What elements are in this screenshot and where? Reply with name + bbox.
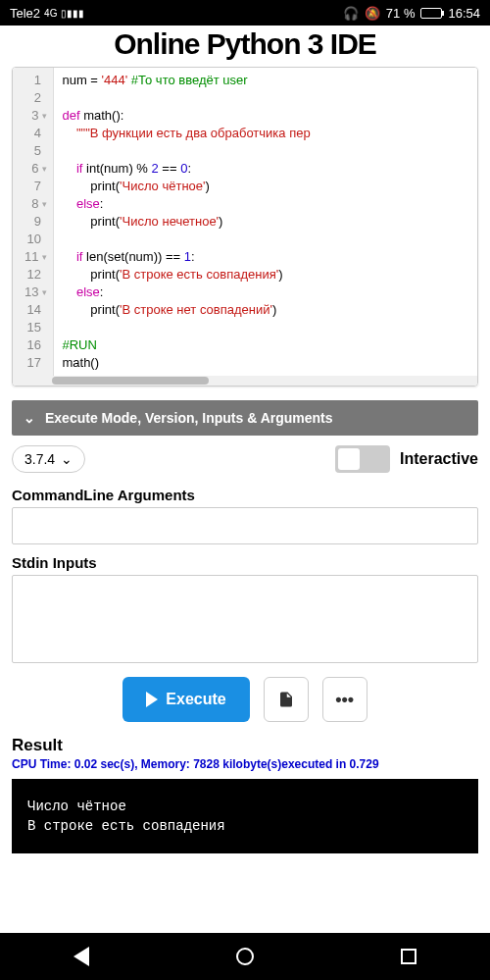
- cmdline-input[interactable]: [12, 507, 478, 544]
- interactive-toggle[interactable]: [335, 445, 390, 473]
- code-line[interactable]: [62, 142, 469, 160]
- signal-bars-icon: ▯▮▮▮: [61, 8, 84, 19]
- result-metrics: CPU Time: 0.02 sec(s), Memory: 7828 kilo…: [0, 755, 490, 773]
- line-number: 2: [24, 89, 47, 107]
- version-select[interactable]: 3.7.4 ⌄: [12, 445, 85, 473]
- execute-section-header[interactable]: ⌄ Execute Mode, Version, Inputs & Argume…: [12, 400, 478, 436]
- result-label: Result: [0, 736, 490, 755]
- line-number: 11▾: [24, 248, 47, 266]
- more-button[interactable]: •••: [322, 677, 368, 722]
- more-icon: •••: [335, 690, 354, 710]
- back-button[interactable]: [74, 947, 89, 966]
- code-line[interactable]: print('Число чётное'): [62, 178, 469, 195]
- file-upload-icon: [277, 691, 295, 708]
- controls-row: 3.7.4 ⌄ Interactive: [0, 436, 490, 483]
- code-line[interactable]: print('Число нечетное'): [62, 213, 469, 231]
- chevron-down-icon: ⌄: [61, 451, 73, 467]
- clock: 16:54: [448, 6, 480, 21]
- line-number: 9: [24, 213, 47, 231]
- status-bar: Tele2 4G ▯▮▮▮ 🎧 🔕 71 % 16:54: [0, 0, 490, 26]
- execute-button[interactable]: Execute: [122, 677, 249, 722]
- code-line[interactable]: [62, 231, 469, 248]
- line-number: 1: [24, 72, 47, 89]
- status-right: 🎧 🔕 71 % 16:54: [343, 6, 480, 21]
- stdin-label: Stdin Inputs: [0, 554, 490, 571]
- carrier: Tele2: [10, 6, 40, 21]
- console-output: Число чётное В строке есть совпадения: [12, 779, 478, 853]
- signal-icon: 4G: [44, 8, 57, 19]
- line-number: 14: [24, 301, 47, 319]
- battery-pct: 71 %: [386, 6, 416, 21]
- code-line[interactable]: print('В строке есть совпадения'): [62, 266, 469, 284]
- code-editor[interactable]: 1 2 3▾4 5 6▾7 8▾9 10 11▾12 13▾14 15 16 1…: [12, 67, 478, 387]
- line-number: 13▾: [24, 284, 47, 301]
- horizontal-scrollbar[interactable]: [13, 376, 477, 386]
- code-line[interactable]: else:: [62, 195, 469, 213]
- execute-label: Execute: [166, 691, 225, 708]
- line-number: 3▾: [24, 107, 47, 125]
- line-number: 10: [24, 231, 47, 248]
- mute-icon: 🔕: [365, 6, 380, 21]
- line-gutter: 1 2 3▾4 5 6▾7 8▾9 10 11▾12 13▾14 15 16 1…: [13, 68, 54, 376]
- stdin-input[interactable]: [12, 575, 478, 663]
- code-line[interactable]: #RUN: [62, 336, 469, 354]
- line-number: 17: [24, 354, 47, 372]
- save-file-button[interactable]: [264, 677, 309, 722]
- page-title: Online Python 3 IDE: [0, 26, 490, 67]
- code-line[interactable]: if len(set(num)) == 1:: [62, 248, 469, 266]
- line-number: 6▾: [24, 160, 47, 178]
- play-icon: [146, 692, 158, 707]
- action-row: Execute •••: [0, 677, 490, 722]
- code-line[interactable]: """В функции есть два обработчика пер: [62, 125, 469, 142]
- interactive-toggle-wrap: Interactive: [335, 445, 478, 473]
- line-number: 16: [24, 336, 47, 354]
- cmdline-label: CommandLine Arguments: [0, 487, 490, 503]
- battery-icon: [420, 8, 442, 19]
- version-value: 3.7.4: [24, 451, 55, 467]
- headphone-icon: 🎧: [343, 6, 359, 21]
- interactive-label: Interactive: [400, 450, 478, 468]
- line-number: 15: [24, 319, 47, 336]
- home-button[interactable]: [236, 948, 254, 965]
- line-number: 7: [24, 178, 47, 195]
- code-line[interactable]: [62, 89, 469, 107]
- code-area[interactable]: num = '444' #То что введёт user def math…: [54, 68, 477, 376]
- line-number: 5: [24, 142, 47, 160]
- code-line[interactable]: num = '444' #То что введёт user: [62, 72, 469, 89]
- line-number: 12: [24, 266, 47, 284]
- scrollbar-thumb[interactable]: [52, 377, 209, 385]
- code-line[interactable]: def math():: [62, 107, 469, 125]
- chevron-down-icon: ⌄: [24, 410, 35, 426]
- recents-button[interactable]: [401, 949, 416, 964]
- line-number: 4: [24, 125, 47, 142]
- code-line[interactable]: [62, 319, 469, 336]
- code-line[interactable]: math(): [62, 354, 469, 372]
- android-nav-bar: [0, 933, 490, 980]
- toggle-knob: [338, 448, 360, 470]
- code-line[interactable]: print('В строке нет совпадений'): [62, 301, 469, 319]
- section-title: Execute Mode, Version, Inputs & Argument…: [45, 410, 333, 426]
- code-line[interactable]: else:: [62, 284, 469, 301]
- line-number: 8▾: [24, 195, 47, 213]
- code-line[interactable]: if int(num) % 2 == 0:: [62, 160, 469, 178]
- status-left: Tele2 4G ▯▮▮▮: [10, 6, 84, 21]
